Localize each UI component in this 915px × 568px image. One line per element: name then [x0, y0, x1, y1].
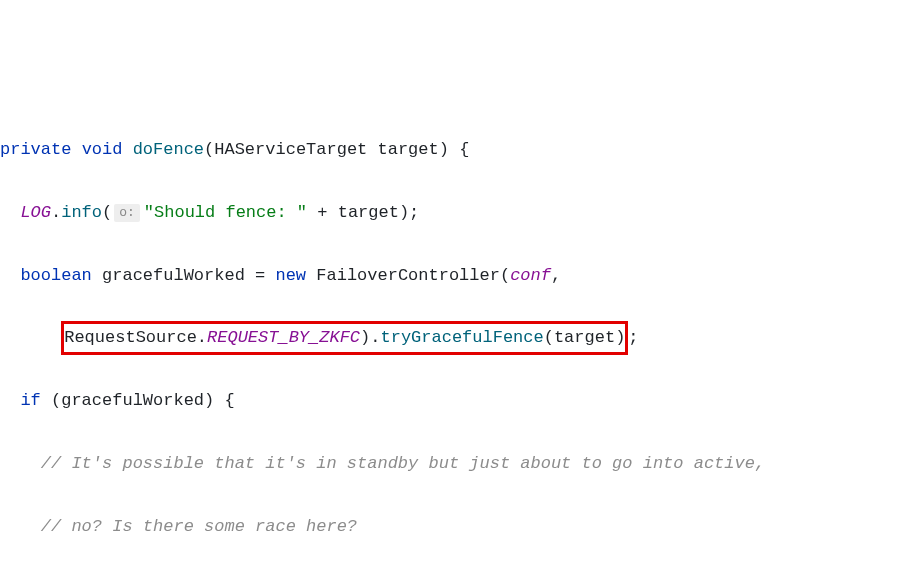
method-tryGracefulFence: tryGracefulFence	[380, 328, 543, 347]
paren: )	[615, 328, 625, 347]
field-conf: conf	[510, 266, 551, 285]
paren: )	[439, 140, 449, 159]
code-line[interactable]: // It's possible that it's in standby bu…	[0, 448, 915, 479]
type-name: HAServiceTarget	[214, 140, 367, 159]
highlight-box-1: RequestSource.REQUEST_BY_ZKFC).tryGracef…	[61, 321, 628, 354]
paren: (	[51, 391, 61, 410]
class-name: FailoverController	[316, 266, 500, 285]
class-name: RequestSource	[64, 328, 197, 347]
dot: .	[197, 328, 207, 347]
var-name: gracefulWorked	[102, 266, 245, 285]
field-log: LOG	[20, 203, 51, 222]
param-name: target	[378, 140, 439, 159]
code-line[interactable]: LOG.info(o:"Should fence: " + target);	[0, 197, 915, 228]
string-literal: "Should fence: "	[144, 203, 307, 222]
paren: (	[544, 328, 554, 347]
paren: (	[500, 266, 510, 285]
code-line[interactable]: // no? Is there some race here?	[0, 511, 915, 542]
keyword-private: private	[0, 140, 71, 159]
code-line[interactable]: RequestSource.REQUEST_BY_ZKFC).tryGracef…	[0, 322, 915, 353]
constant: REQUEST_BY_ZKFC	[207, 328, 360, 347]
method-info: info	[61, 203, 102, 222]
brace: {	[224, 391, 234, 410]
brace: {	[459, 140, 469, 159]
paren: (	[102, 203, 112, 222]
inlay-hint[interactable]: o:	[114, 204, 140, 222]
paren: )	[204, 391, 214, 410]
comment: // no? Is there some race here?	[41, 517, 357, 536]
comment: // It's possible that it's in standby bu…	[41, 454, 765, 473]
semicolon: ;	[628, 328, 638, 347]
paren: );	[399, 203, 419, 222]
code-line[interactable]: boolean gracefulWorked = new FailoverCon…	[0, 260, 915, 291]
identifier: target	[338, 203, 399, 222]
method-name: doFence	[133, 140, 204, 159]
keyword-boolean: boolean	[20, 266, 91, 285]
dot: .	[51, 203, 61, 222]
paren: (	[204, 140, 214, 159]
keyword-void: void	[82, 140, 123, 159]
comma: ,	[551, 266, 561, 285]
identifier: target	[554, 328, 615, 347]
keyword-if: if	[20, 391, 40, 410]
op-eq: =	[255, 266, 265, 285]
keyword-new: new	[275, 266, 306, 285]
identifier: gracefulWorked	[61, 391, 204, 410]
paren: ).	[360, 328, 380, 347]
code-line[interactable]: private void doFence(HAServiceTarget tar…	[0, 134, 915, 165]
op-plus: +	[317, 203, 327, 222]
code-line[interactable]: if (gracefulWorked) {	[0, 385, 915, 416]
